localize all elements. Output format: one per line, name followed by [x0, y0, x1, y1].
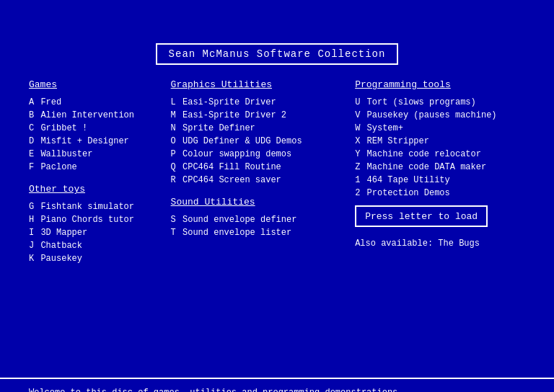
list-item: Z Machine code DATA maker — [355, 161, 525, 174]
also-available-text: Also available: The Bugs — [355, 239, 525, 249]
bottom-text: Welcome to this disc of games, utilities… — [29, 386, 525, 392]
list-item: W System+ — [355, 122, 525, 135]
list-item: J Chatback — [29, 239, 171, 252]
list-item: A Fred — [29, 96, 171, 109]
list-item: P Colour swapping demos — [171, 148, 356, 161]
title-text: Sean McManus Software Collection — [169, 48, 386, 60]
list-item: C Gribbet ! — [29, 122, 171, 135]
list-item: B Alien Intervention — [29, 109, 171, 122]
programming-header: Programming tools — [355, 79, 525, 90]
list-item: G Fishtank simulator — [29, 200, 171, 213]
list-item: K Pausekey — [29, 252, 171, 265]
list-item: N Sprite Definer — [171, 122, 356, 135]
games-column: Games A Fred B Alien Intervention C Grib… — [29, 79, 171, 265]
graphics-column: Graphics Utilities L Easi-Sprite Driver … — [171, 79, 356, 265]
list-item: E Wallbuster — [29, 148, 171, 161]
programming-column: Programming tools U Tort (slows programs… — [355, 79, 525, 265]
list-item: Q CPC464 Fill Routine — [171, 161, 356, 174]
list-item: M Easi-Sprite Driver 2 — [171, 109, 356, 122]
list-item: R CPC464 Screen saver — [171, 174, 356, 187]
list-item: U Tort (slows programs) — [355, 96, 525, 109]
other-toys-header: Other toys — [29, 184, 171, 195]
list-item: D Misfit + Designer — [29, 135, 171, 148]
games-header: Games — [29, 79, 171, 90]
main-content: Games A Fred B Alien Intervention C Grib… — [0, 79, 554, 265]
press-letter-box: Press letter to load — [355, 205, 488, 227]
list-item: T Sound envelope lister — [171, 226, 356, 239]
list-item: I 3D Mapper — [29, 226, 171, 239]
graphics-header: Graphics Utilities — [171, 79, 356, 90]
list-item: 1 464 Tape Utility — [355, 174, 525, 187]
press-letter-text: Press letter to load — [365, 211, 478, 222]
list-item: H Piano Chords tutor — [29, 213, 171, 226]
list-item: S Sound envelope definer — [171, 213, 356, 226]
other-toys-section: Other toys G Fishtank simulator H Piano … — [29, 184, 171, 265]
list-item: L Easi-Sprite Driver — [171, 96, 356, 109]
list-item: 2 Protection Demos — [355, 187, 525, 200]
list-item: O UDG Definer & UDG Demos — [171, 135, 356, 148]
bottom-bar: Welcome to this disc of games, utilities… — [0, 378, 554, 392]
sound-utilities-section: Sound Utilities S Sound envelope definer… — [171, 197, 356, 239]
screen: Sean McManus Software Collection Games A… — [0, 43, 554, 392]
sound-header: Sound Utilities — [171, 197, 356, 208]
title-box: Sean McManus Software Collection — [156, 43, 399, 65]
list-item: Y Machine code relocator — [355, 148, 525, 161]
list-item: F Paclone — [29, 161, 171, 174]
bottom-line-1: Welcome to this disc of games, utilities… — [29, 388, 403, 392]
list-item: V Pausekey (pauses machine) — [355, 109, 525, 122]
list-item: X REM Stripper — [355, 135, 525, 148]
